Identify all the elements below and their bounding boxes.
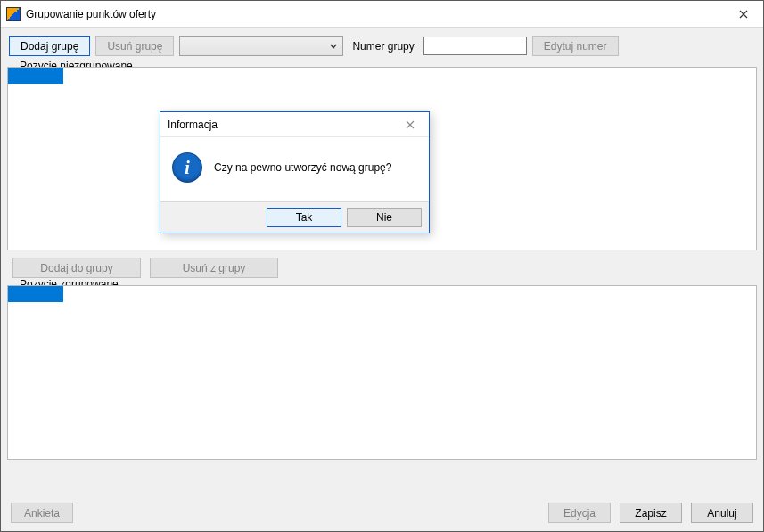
cancel-button[interactable]: Anuluj <box>691 503 753 523</box>
close-icon[interactable] <box>724 1 763 28</box>
client-area: Dodaj grupę Usuń grupę Numer grupy Edytu… <box>1 28 763 531</box>
add-to-group-button[interactable]: Dodaj do grupy <box>12 258 141 278</box>
info-icon: i <box>173 153 201 182</box>
window-title: Grupowanie punktów oferty <box>21 8 724 20</box>
edit-button[interactable]: Edycja <box>548 503 611 523</box>
main-window: Grupowanie punktów oferty Dodaj grupę Us… <box>0 0 764 532</box>
dialog-message: Czy na pewno utworzyć nową grupę? <box>214 161 391 174</box>
dialog-actions: Tak Nie <box>160 201 429 233</box>
edit-number-button[interactable]: Edytuj numer <box>532 36 619 56</box>
grouped-list[interactable] <box>7 285 757 460</box>
group-combo[interactable] <box>179 36 343 56</box>
chevron-down-icon <box>330 43 337 50</box>
dialog-yes-button[interactable]: Tak <box>267 208 341 227</box>
group-number-input[interactable] <box>423 37 527 55</box>
toolbar: Dodaj grupę Usuń grupę Numer grupy Edytu… <box>4 30 760 61</box>
group-number-label: Numer grupy <box>349 40 417 53</box>
dialog-no-button[interactable]: Nie <box>347 208 422 227</box>
save-button[interactable]: Zapisz <box>620 503 682 523</box>
dialog-body: i Czy na pewno utworzyć nową grupę? <box>160 137 429 201</box>
dialog-title: Informacja <box>168 119 218 131</box>
confirm-dialog: Informacja i Czy na pewno utworzyć nową … <box>160 111 430 233</box>
app-icon <box>6 7 21 21</box>
footer: Ankieta Edycja Zapisz Anuluj <box>4 497 760 528</box>
titlebar: Grupowanie punktów oferty <box>1 1 763 28</box>
dialog-close-icon[interactable] <box>398 116 422 134</box>
remove-group-button[interactable]: Usuń grupę <box>95 36 174 56</box>
survey-button[interactable]: Ankieta <box>11 503 73 523</box>
list-item[interactable] <box>8 286 63 302</box>
grouped-groupbox: Pozycje zgrupowane <box>7 285 757 460</box>
add-group-button[interactable]: Dodaj grupę <box>9 36 90 56</box>
remove-from-group-button[interactable]: Usuń z grupy <box>150 258 278 278</box>
dialog-titlebar: Informacja <box>160 112 429 137</box>
list-item[interactable] <box>8 68 63 84</box>
